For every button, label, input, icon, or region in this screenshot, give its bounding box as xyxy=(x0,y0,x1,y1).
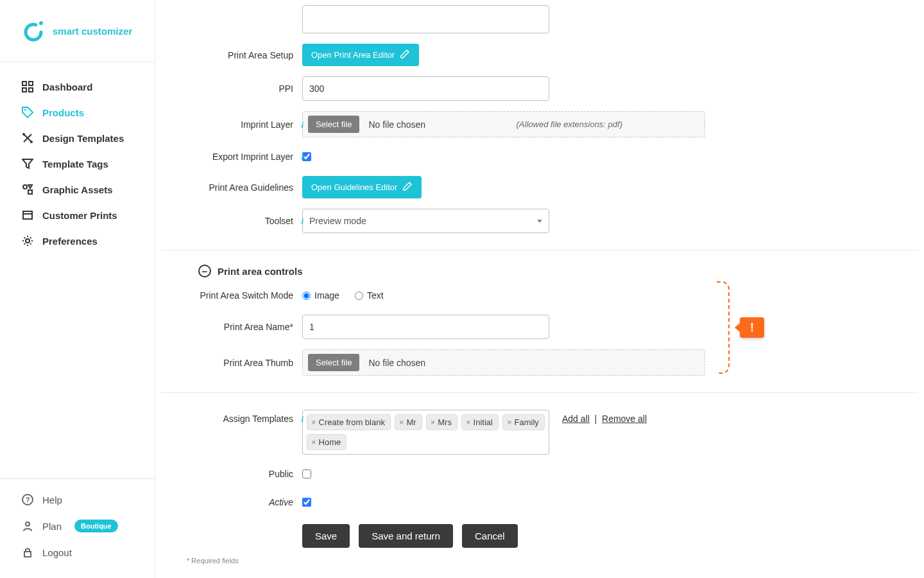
logout-link[interactable]: Logout xyxy=(0,539,155,565)
row-print-area-setup: Print Area Setup Open Print Area Editor xyxy=(187,39,893,71)
print-area-name-input[interactable] xyxy=(302,315,549,339)
cancel-button[interactable]: Cancel xyxy=(462,524,518,548)
label-print-area-name: Print Area Name* xyxy=(187,322,302,332)
row-imprint-layer: Imprint Layer i Select file No file chos… xyxy=(187,106,893,143)
separator xyxy=(161,392,918,393)
label-text: Export Imprint Layer xyxy=(212,152,293,162)
svg-point-9 xyxy=(23,185,27,189)
close-icon[interactable]: × xyxy=(399,417,404,427)
remove-all-link[interactable]: Remove all xyxy=(602,414,647,424)
edit-icon xyxy=(400,49,410,61)
sidebar-item-label: Preferences xyxy=(42,236,98,247)
active-checkbox[interactable] xyxy=(302,498,311,507)
radio-label: Image xyxy=(314,290,339,301)
sidebar-item-design-templates[interactable]: Design Templates xyxy=(0,125,155,151)
filter-icon xyxy=(22,158,33,170)
close-icon[interactable]: × xyxy=(311,417,316,427)
logo-icon xyxy=(22,19,45,42)
collapse-icon[interactable]: − xyxy=(198,265,211,277)
tools-icon xyxy=(22,132,33,144)
plan-badge: Boutique xyxy=(74,520,118,532)
ppi-input[interactable] xyxy=(302,76,549,101)
close-icon[interactable]: × xyxy=(431,417,436,427)
export-imprint-checkbox[interactable] xyxy=(302,152,311,161)
public-checkbox[interactable] xyxy=(302,469,311,478)
switch-mode-radios: Image Text xyxy=(302,290,893,301)
help-link[interactable]: ? Help xyxy=(0,487,155,512)
alert-badge[interactable]: ! xyxy=(740,317,764,338)
label-public: Public xyxy=(187,469,302,479)
select-file-button[interactable]: Select file xyxy=(308,116,359,133)
action-row: Save Save and return Cancel xyxy=(302,516,893,550)
radio-text-input[interactable] xyxy=(355,292,363,300)
tag-create-from-blank[interactable]: ×Create from blank xyxy=(307,414,391,430)
open-guidelines-editor-button[interactable]: Open Guidelines Editor xyxy=(302,176,422,198)
tag-label: Mrs xyxy=(438,417,452,427)
svg-point-8 xyxy=(30,141,33,143)
tag-home[interactable]: ×Home xyxy=(307,434,346,450)
add-all-link[interactable]: Add all xyxy=(562,414,590,424)
tag-family[interactable]: ×Family xyxy=(502,414,545,430)
label-guidelines: Print Area Guidelines xyxy=(187,182,302,193)
row-switch-mode: Print Area Switch Mode Image Text xyxy=(187,281,893,310)
radio-text[interactable]: Text xyxy=(355,290,384,301)
label-ppi: PPI xyxy=(187,83,302,94)
sidebar-item-graphic-assets[interactable]: Graphic Assets xyxy=(0,177,155,202)
logo-text: smart customizer xyxy=(53,26,132,37)
row-guidelines: Print Area Guidelines Open Guidelines Ed… xyxy=(187,171,893,204)
info-icon[interactable]: i xyxy=(301,152,304,162)
radio-label: Text xyxy=(367,290,384,301)
select-file-button[interactable]: Select file xyxy=(308,354,359,371)
label-print-area-setup: Print Area Setup xyxy=(187,50,302,60)
tag-mr[interactable]: ×Mr xyxy=(395,414,422,430)
toolset-select[interactable]: Preview mode xyxy=(302,209,549,233)
info-icon[interactable]: i xyxy=(301,216,304,227)
svg-point-15 xyxy=(26,522,30,526)
svg-point-6 xyxy=(24,109,26,111)
template-tags-box[interactable]: ×Create from blank ×Mr ×Mrs ×Initial ×Fa… xyxy=(302,410,549,455)
svg-rect-11 xyxy=(23,211,32,219)
radio-image-input[interactable] xyxy=(302,292,311,300)
sidebar-item-dashboard[interactable]: Dashboard xyxy=(0,74,155,100)
row-ppi: PPI xyxy=(187,71,893,106)
info-icon[interactable]: i xyxy=(301,414,304,425)
label-text: Imprint Layer xyxy=(241,119,293,130)
close-icon[interactable]: × xyxy=(311,437,316,447)
tag-label: Mr xyxy=(407,417,416,427)
close-icon[interactable]: × xyxy=(507,417,512,427)
label-text: Assign Templates xyxy=(223,414,293,424)
help-label: Help xyxy=(42,495,62,505)
prints-icon xyxy=(22,209,33,221)
save-button[interactable]: Save xyxy=(302,524,350,548)
info-icon[interactable]: i xyxy=(301,120,304,130)
svg-rect-10 xyxy=(28,190,32,194)
row-print-area-thumb: Print Area Thumb Select file No file cho… xyxy=(187,344,893,381)
sidebar-item-preferences[interactable]: Preferences xyxy=(0,228,155,254)
radio-image[interactable]: Image xyxy=(302,290,339,301)
dashboard-icon xyxy=(22,81,33,92)
row-public: Public xyxy=(187,460,893,488)
sidebar-item-label: Template Tags xyxy=(42,159,108,170)
tag-label: Family xyxy=(515,417,539,427)
tag-label: Home xyxy=(319,437,341,447)
button-label: Open Print Area Editor xyxy=(311,50,395,60)
label-active: Active xyxy=(187,497,302,507)
sidebar-item-template-tags[interactable]: Template Tags xyxy=(0,151,155,177)
svg-rect-5 xyxy=(29,88,33,92)
sidebar-item-label: Products xyxy=(42,107,84,118)
close-icon[interactable]: × xyxy=(466,417,471,427)
plan-label: Plan xyxy=(42,521,62,532)
sidebar-item-customer-prints[interactable]: Customer Prints xyxy=(0,202,155,228)
main-content: Print Area Setup Open Print Area Editor … xyxy=(155,0,924,578)
save-and-return-button[interactable]: Save and return xyxy=(359,524,453,548)
form: Print Area Setup Open Print Area Editor … xyxy=(187,0,893,565)
logo[interactable]: smart customizer xyxy=(0,0,155,62)
tag-initial[interactable]: ×Initial xyxy=(461,414,499,430)
sidebar: smart customizer Dashboard Products Desi… xyxy=(0,0,155,578)
section-print-area-controls[interactable]: − Print area controls xyxy=(187,258,893,281)
sidebar-item-products[interactable]: Products xyxy=(0,100,155,125)
plan-link[interactable]: Plan Boutique xyxy=(0,512,155,539)
open-print-area-editor-button[interactable]: Open Print Area Editor xyxy=(302,44,419,66)
tag-mrs[interactable]: ×Mrs xyxy=(426,414,458,430)
label-assign-templates: Assign Templates i xyxy=(187,410,302,424)
